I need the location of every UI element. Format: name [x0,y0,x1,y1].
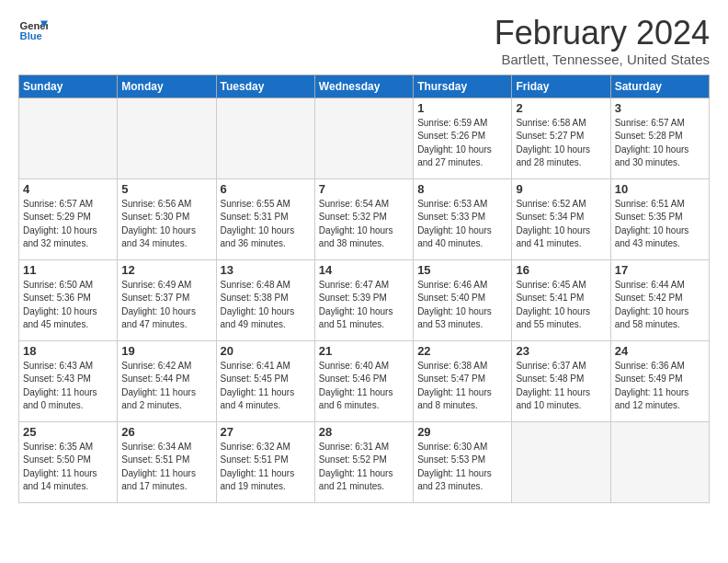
calendar-cell: 4Sunrise: 6:57 AM Sunset: 5:29 PM Daylig… [19,178,118,259]
calendar-cell: 18Sunrise: 6:43 AM Sunset: 5:43 PM Dayli… [19,340,118,421]
calendar-cell [512,421,610,502]
calendar-cell: 25Sunrise: 6:35 AM Sunset: 5:50 PM Dayli… [19,421,118,502]
calendar-cell [216,98,314,178]
day-number: 2 [516,101,606,115]
page-subtitle: Bartlett, Tennessee, United States [495,52,710,67]
column-header-tuesday: Tuesday [216,75,314,98]
calendar-cell: 11Sunrise: 6:50 AM Sunset: 5:36 PM Dayli… [19,259,118,340]
day-number: 28 [319,425,409,439]
calendar-cell [19,98,118,178]
day-info: Sunrise: 6:43 AM Sunset: 5:43 PM Dayligh… [23,360,113,413]
calendar-header-row: SundayMondayTuesdayWednesdayThursdayFrid… [19,75,710,98]
calendar-cell: 3Sunrise: 6:57 AM Sunset: 5:28 PM Daylig… [610,98,709,178]
calendar-week-row: 1Sunrise: 6:59 AM Sunset: 5:26 PM Daylig… [19,98,710,178]
calendar-cell: 17Sunrise: 6:44 AM Sunset: 5:42 PM Dayli… [610,259,709,340]
calendar-cell: 16Sunrise: 6:45 AM Sunset: 5:41 PM Dayli… [512,259,610,340]
calendar-cell: 8Sunrise: 6:53 AM Sunset: 5:33 PM Daylig… [414,178,512,259]
calendar-cell: 21Sunrise: 6:40 AM Sunset: 5:46 PM Dayli… [314,340,413,421]
calendar-cell: 6Sunrise: 6:55 AM Sunset: 5:31 PM Daylig… [216,178,314,259]
day-number: 25 [23,425,113,439]
calendar-cell: 27Sunrise: 6:32 AM Sunset: 5:51 PM Dayli… [216,421,314,502]
day-number: 10 [615,182,705,196]
day-info: Sunrise: 6:47 AM Sunset: 5:39 PM Dayligh… [319,279,409,332]
day-info: Sunrise: 6:31 AM Sunset: 5:52 PM Dayligh… [319,441,409,494]
day-number: 22 [417,344,507,358]
day-number: 6 [221,182,311,196]
column-header-sunday: Sunday [19,75,118,98]
calendar-week-row: 11Sunrise: 6:50 AM Sunset: 5:36 PM Dayli… [19,259,710,340]
day-info: Sunrise: 6:53 AM Sunset: 5:33 PM Dayligh… [417,198,507,251]
column-header-wednesday: Wednesday [314,75,413,98]
calendar-cell: 20Sunrise: 6:41 AM Sunset: 5:45 PM Dayli… [216,340,314,421]
day-info: Sunrise: 6:38 AM Sunset: 5:47 PM Dayligh… [417,360,507,413]
day-number: 17 [615,263,705,277]
day-info: Sunrise: 6:50 AM Sunset: 5:36 PM Dayligh… [23,279,113,332]
calendar-table: SundayMondayTuesdayWednesdayThursdayFrid… [18,75,710,503]
day-number: 16 [516,263,606,277]
calendar-cell: 15Sunrise: 6:46 AM Sunset: 5:40 PM Dayli… [414,259,512,340]
day-number: 27 [221,425,311,439]
day-info: Sunrise: 6:57 AM Sunset: 5:29 PM Dayligh… [23,198,113,251]
day-info: Sunrise: 6:54 AM Sunset: 5:32 PM Dayligh… [319,198,409,251]
day-number: 14 [319,263,409,277]
day-number: 12 [121,263,211,277]
day-number: 26 [121,425,211,439]
day-number: 20 [221,344,311,358]
day-info: Sunrise: 6:56 AM Sunset: 5:30 PM Dayligh… [121,198,211,251]
day-number: 7 [319,182,409,196]
calendar-cell: 1Sunrise: 6:59 AM Sunset: 5:26 PM Daylig… [414,98,512,178]
calendar-cell [118,98,216,178]
day-info: Sunrise: 6:51 AM Sunset: 5:35 PM Dayligh… [615,198,705,251]
day-info: Sunrise: 6:34 AM Sunset: 5:51 PM Dayligh… [121,441,211,494]
calendar-cell: 19Sunrise: 6:42 AM Sunset: 5:44 PM Dayli… [118,340,216,421]
day-info: Sunrise: 6:44 AM Sunset: 5:42 PM Dayligh… [615,279,705,332]
column-header-thursday: Thursday [414,75,512,98]
calendar-cell: 24Sunrise: 6:36 AM Sunset: 5:49 PM Dayli… [610,340,709,421]
calendar-cell: 12Sunrise: 6:49 AM Sunset: 5:37 PM Dayli… [118,259,216,340]
calendar-cell: 14Sunrise: 6:47 AM Sunset: 5:39 PM Dayli… [314,259,413,340]
day-info: Sunrise: 6:46 AM Sunset: 5:40 PM Dayligh… [417,279,507,332]
day-number: 1 [417,101,507,115]
calendar-cell: 2Sunrise: 6:58 AM Sunset: 5:27 PM Daylig… [512,98,610,178]
calendar-cell: 10Sunrise: 6:51 AM Sunset: 5:35 PM Dayli… [610,178,709,259]
day-info: Sunrise: 6:42 AM Sunset: 5:44 PM Dayligh… [121,360,211,413]
calendar-cell [610,421,709,502]
day-number: 19 [121,344,211,358]
column-header-saturday: Saturday [610,75,709,98]
day-info: Sunrise: 6:32 AM Sunset: 5:51 PM Dayligh… [221,441,311,494]
column-header-friday: Friday [512,75,610,98]
day-number: 29 [417,425,507,439]
day-number: 5 [121,182,211,196]
day-info: Sunrise: 6:35 AM Sunset: 5:50 PM Dayligh… [23,441,113,494]
calendar-week-row: 25Sunrise: 6:35 AM Sunset: 5:50 PM Dayli… [19,421,710,502]
day-number: 13 [221,263,311,277]
day-info: Sunrise: 6:30 AM Sunset: 5:53 PM Dayligh… [417,441,507,494]
calendar-week-row: 4Sunrise: 6:57 AM Sunset: 5:29 PM Daylig… [19,178,710,259]
calendar-cell: 23Sunrise: 6:37 AM Sunset: 5:48 PM Dayli… [512,340,610,421]
day-number: 15 [417,263,507,277]
calendar-cell: 28Sunrise: 6:31 AM Sunset: 5:52 PM Dayli… [314,421,413,502]
calendar-cell: 29Sunrise: 6:30 AM Sunset: 5:53 PM Dayli… [414,421,512,502]
calendar-cell: 5Sunrise: 6:56 AM Sunset: 5:30 PM Daylig… [118,178,216,259]
day-number: 18 [23,344,113,358]
svg-text:Blue: Blue [20,30,42,41]
day-info: Sunrise: 6:57 AM Sunset: 5:28 PM Dayligh… [615,117,705,170]
day-number: 9 [516,182,606,196]
page-title: February 2024 [495,15,710,52]
day-number: 4 [23,182,113,196]
day-number: 11 [23,263,113,277]
day-info: Sunrise: 6:55 AM Sunset: 5:31 PM Dayligh… [221,198,311,251]
column-header-monday: Monday [118,75,216,98]
page-header: General Blue February 2024 Bartlett, Ten… [18,15,710,67]
calendar-week-row: 18Sunrise: 6:43 AM Sunset: 5:43 PM Dayli… [19,340,710,421]
calendar-cell: 7Sunrise: 6:54 AM Sunset: 5:32 PM Daylig… [314,178,413,259]
day-number: 21 [319,344,409,358]
day-number: 8 [417,182,507,196]
day-info: Sunrise: 6:40 AM Sunset: 5:46 PM Dayligh… [319,360,409,413]
day-info: Sunrise: 6:36 AM Sunset: 5:49 PM Dayligh… [615,360,705,413]
day-number: 24 [615,344,705,358]
calendar-cell: 9Sunrise: 6:52 AM Sunset: 5:34 PM Daylig… [512,178,610,259]
logo: General Blue [18,15,48,44]
day-info: Sunrise: 6:59 AM Sunset: 5:26 PM Dayligh… [417,117,507,170]
calendar-cell: 13Sunrise: 6:48 AM Sunset: 5:38 PM Dayli… [216,259,314,340]
